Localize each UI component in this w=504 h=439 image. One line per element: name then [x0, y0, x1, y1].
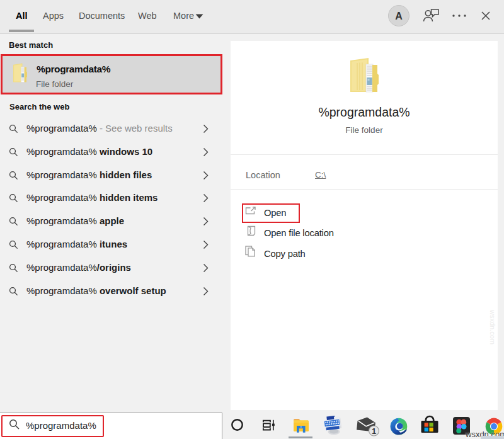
svg-text:1: 1: [372, 426, 376, 436]
